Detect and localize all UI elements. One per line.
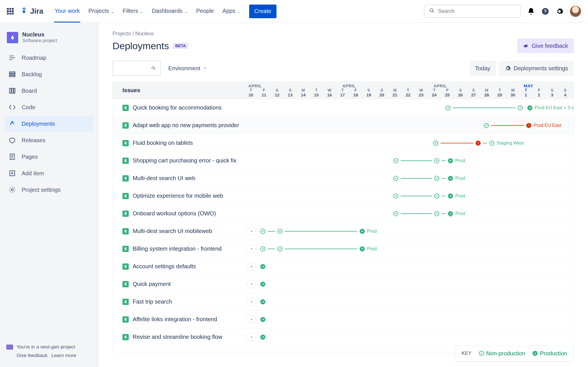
issue-cell[interactable]: Account settings defaults	[113, 258, 244, 275]
environment-select[interactable]: Environment	[168, 65, 207, 72]
check-circle-fill-icon[interactable]	[360, 229, 365, 234]
issue-cell[interactable]: Affelite links integration - frontend	[113, 311, 244, 328]
check-circle-icon[interactable]	[445, 105, 450, 110]
sidebar-item-roadmap[interactable]: Roadmap	[5, 50, 93, 66]
deployments-settings-button[interactable]: Deployments settings	[499, 61, 574, 76]
sidebar-item-code[interactable]: Code	[5, 99, 93, 115]
issue-cell[interactable]: Fast trip search	[113, 293, 244, 310]
issue-cell[interactable]: Multi-dest search UI mobileweb	[113, 222, 244, 240]
scroll-left-button[interactable]	[247, 316, 256, 323]
nav-your-work[interactable]: Your work	[54, 0, 80, 22]
sidebar-item-deployments[interactable]: Deployments	[5, 116, 93, 132]
check-circle-fill-icon[interactable]	[527, 105, 532, 110]
check-circle-icon[interactable]	[393, 193, 398, 199]
nav-people[interactable]: People	[196, 0, 214, 22]
check-circle-icon[interactable]	[434, 193, 439, 199]
global-search-input[interactable]	[438, 8, 516, 14]
notifications-icon[interactable]	[527, 7, 535, 15]
issue-name: Quick payment	[133, 281, 171, 287]
nav-apps[interactable]: Apps	[222, 0, 241, 22]
deployment-segment	[401, 213, 432, 214]
jira-logo[interactable]: Jira	[21, 6, 43, 16]
sidebar-item-releases[interactable]: Releases	[5, 132, 93, 148]
chevron-down-icon	[111, 9, 114, 13]
check-circle-fill-icon[interactable]	[260, 264, 265, 269]
check-circle-icon[interactable]	[277, 246, 282, 251]
check-circle-fill-icon[interactable]	[448, 176, 453, 181]
sidebar-learn-more[interactable]: Learn more	[52, 352, 76, 359]
check-circle-icon[interactable]	[393, 176, 398, 181]
issue-timeline-cell: Prod	[244, 152, 573, 169]
check-circle-icon[interactable]	[434, 211, 439, 216]
check-circle-icon[interactable]	[434, 158, 439, 163]
sidebar-give-feedback[interactable]: Give feedback	[17, 352, 48, 359]
check-circle-fill-icon[interactable]	[448, 158, 453, 163]
check-circle-icon[interactable]	[484, 123, 489, 128]
nav-dashboards[interactable]: Dashboards	[151, 0, 188, 22]
check-circle-fill-icon[interactable]	[260, 282, 265, 287]
check-circle-icon[interactable]	[277, 229, 282, 234]
check-circle-icon[interactable]	[433, 141, 438, 146]
sidebar-icon	[9, 186, 16, 193]
sidebar-item-pages[interactable]: Pages	[5, 149, 93, 165]
check-circle-icon[interactable]	[434, 176, 439, 181]
check-circle-icon[interactable]	[518, 105, 523, 110]
issue-row: Adapt web app no new payments providerPr…	[113, 117, 573, 134]
story-icon	[122, 140, 129, 146]
settings-icon[interactable]	[556, 7, 564, 15]
sidebar-item-backlog[interactable]: Backlog	[5, 66, 93, 82]
story-icon	[122, 263, 129, 270]
check-circle-fill-icon[interactable]	[260, 317, 265, 322]
scroll-left-button[interactable]	[247, 227, 256, 235]
issue-timeline-cell: Prod EU East	[244, 117, 573, 134]
issue-cell[interactable]: Billing system integration - frontend	[113, 240, 244, 257]
project-header[interactable]: Nucleus Software project	[5, 31, 93, 50]
check-circle-icon[interactable]	[489, 141, 494, 146]
day-column: T1	[519, 88, 532, 97]
issue-cell[interactable]: Onboard workout options (OWO)	[113, 205, 244, 222]
issue-cell[interactable]: Quick booking for accommodations	[113, 99, 244, 116]
check-circle-icon[interactable]	[393, 158, 398, 163]
scroll-left-button[interactable]	[247, 298, 256, 306]
scroll-left-button[interactable]	[247, 280, 256, 288]
sidebar-item-board[interactable]: Board	[5, 83, 93, 99]
nav-filters[interactable]: Filters	[122, 0, 144, 22]
issue-name: Billing system integration - frontend	[133, 246, 222, 252]
create-button[interactable]: Create	[249, 5, 276, 18]
sidebar-footer-msg: You're in a next-gen project	[17, 343, 76, 351]
error-icon[interactable]	[526, 123, 531, 128]
global-search[interactable]	[424, 5, 521, 18]
give-feedback-button[interactable]: Give feedback	[517, 38, 574, 53]
scroll-left-button[interactable]	[247, 263, 256, 271]
sidebar-item-add-item[interactable]: Add item	[5, 165, 93, 181]
issue-cell[interactable]: Adapt web app no new payments provider	[113, 117, 244, 134]
issue-cell[interactable]: Optimize experience for mobile web	[113, 187, 244, 205]
issue-cell[interactable]: Multi-dest search UI web	[113, 170, 244, 187]
issue-row: Quick booking for accommodationsProd EU …	[113, 99, 573, 117]
issue-cell[interactable]: Quick payment	[113, 275, 244, 293]
check-circle-icon[interactable]	[393, 211, 398, 216]
issue-cell[interactable]: Fluid booking on tablets	[113, 134, 244, 152]
error-icon[interactable]	[476, 141, 481, 146]
scroll-left-button[interactable]	[247, 333, 256, 341]
user-avatar[interactable]	[570, 6, 581, 17]
check-circle-icon[interactable]	[260, 229, 265, 234]
check-circle-fill-icon[interactable]	[260, 335, 265, 340]
issue-search-input[interactable]	[112, 61, 161, 76]
today-button[interactable]: Today	[469, 61, 496, 76]
issue-cell[interactable]: Revise and streamline booking flow	[113, 328, 244, 346]
app-switcher-icon[interactable]	[7, 8, 14, 15]
breadcrumb-projects[interactable]: Projects	[112, 31, 131, 36]
check-circle-fill-icon[interactable]	[448, 193, 453, 199]
sidebar-item-label: Roadmap	[22, 55, 46, 61]
nav-projects[interactable]: Projects	[88, 0, 114, 22]
check-circle-fill-icon[interactable]	[260, 299, 265, 304]
check-circle-fill-icon[interactable]	[448, 211, 453, 216]
check-circle-fill-icon[interactable]	[360, 246, 365, 251]
issue-cell[interactable]: Shopping cart purchasing error - quick f…	[113, 152, 244, 169]
breadcrumb-project[interactable]: Nucleus	[135, 31, 154, 36]
check-circle-icon[interactable]	[260, 246, 265, 251]
help-icon[interactable]: ?	[541, 7, 549, 15]
scroll-left-button[interactable]	[247, 245, 256, 253]
sidebar-item-project-settings[interactable]: Project settings	[5, 182, 93, 198]
